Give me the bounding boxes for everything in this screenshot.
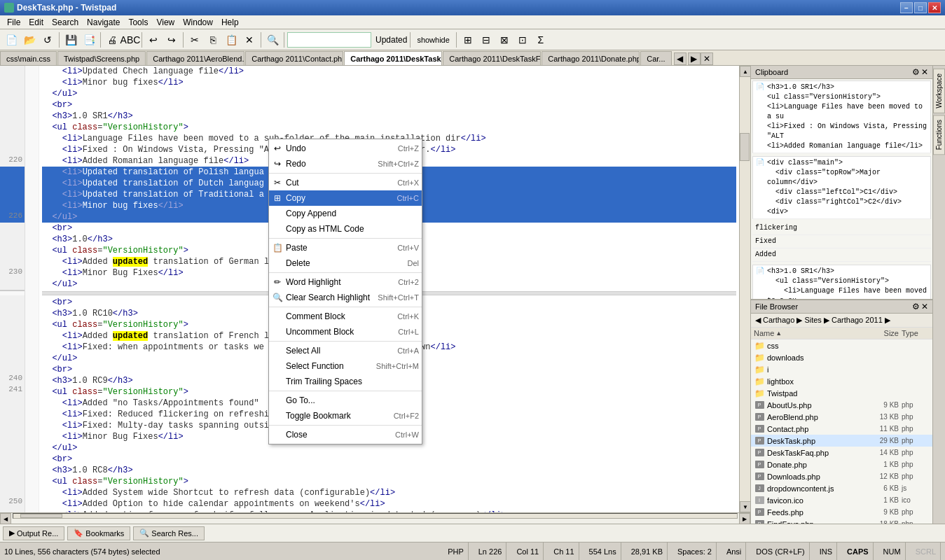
cm-close[interactable]: Close Ctrl+W <box>269 427 422 442</box>
folder-downloads[interactable]: 📁 downloads <box>751 351 932 363</box>
extra-btn4[interactable]: ⊡ <box>514 31 531 48</box>
scroll-thumb[interactable] <box>740 133 750 161</box>
extra-btn2[interactable]: ⊟ <box>478 31 495 48</box>
copy-button[interactable]: ⎘ <box>205 31 221 48</box>
tab-desktaskfaq[interactable]: Carthago 2011\DeskTaskFaq.php <box>443 51 541 65</box>
cm-copy-html[interactable]: Copy as HTML Code <box>269 221 422 237</box>
tab-car[interactable]: Car... <box>640 51 671 65</box>
file-donate[interactable]: P Donate.php 1 KB php <box>751 458 932 470</box>
tab-contact[interactable]: Carthago 2011\Contact.php <box>245 51 343 65</box>
output-tab[interactable]: ▶ Output Re... <box>3 526 64 540</box>
redo-button[interactable]: ↪ <box>163 31 180 48</box>
cm-toggle-bookmark[interactable]: Toggle Bookmark Ctrl+F2 <box>269 408 422 424</box>
cm-trim[interactable]: Trim Trailing Spaces <box>269 374 422 389</box>
open-button[interactable]: 📂 <box>21 31 38 48</box>
file-size: 29 KB <box>864 437 899 444</box>
undo-button[interactable]: ↩ <box>145 31 162 48</box>
cm-copy[interactable]: ⊞ Copy Ctrl+C <box>269 190 422 206</box>
cm-uncomment[interactable]: Uncomment Block Ctrl+L <box>269 324 422 340</box>
folder-i[interactable]: 📁 i <box>751 363 932 375</box>
cm-clear-search[interactable]: 🔍 Clear Search Highlight Shift+Ctrl+T <box>269 290 422 305</box>
scroll-down-button[interactable]: ▼ <box>740 501 750 512</box>
cm-goto[interactable]: Go To... <box>269 393 422 408</box>
close-button[interactable]: ✕ <box>928 2 941 13</box>
vertical-scrollbar[interactable]: ▲ ▼ <box>739 66 750 512</box>
menu-navigate[interactable]: Navigate <box>83 16 124 29</box>
folder-lightbox[interactable]: 📁 lightbox <box>751 375 932 387</box>
minimize-button[interactable]: − <box>900 2 913 13</box>
search-input[interactable] <box>287 32 371 48</box>
tab-desktask[interactable]: Carthago 2011\DeskTask.php <box>344 51 442 65</box>
cm-word-highlight[interactable]: ✏ Word Highlight Ctrl+2 <box>269 274 422 290</box>
clipboard-config-icon[interactable]: ⚙ <box>912 67 920 77</box>
file-dropdowncontent[interactable]: J dropdowncontent.js 6 KB js <box>751 482 932 494</box>
showhide-button[interactable]: showhide <box>413 31 453 48</box>
file-contact[interactable]: P Contact.php 11 KB php <box>751 423 932 435</box>
cm-delete[interactable]: Delete Del <box>269 255 422 271</box>
hscroll-right[interactable]: ▶ <box>739 513 750 524</box>
save-button[interactable]: 💾 <box>62 31 79 48</box>
cm-select-function[interactable]: Select Function Shift+Ctrl+M <box>269 358 422 374</box>
folder-css[interactable]: 📁 css <box>751 340 932 351</box>
cut-button[interactable]: ✂ <box>186 31 203 48</box>
save-all-button[interactable]: 📑 <box>81 31 97 48</box>
horizontal-scrollbar[interactable]: ◀ ▶ <box>0 512 750 524</box>
extra-btn1[interactable]: ⊞ <box>460 31 476 48</box>
file-aboutus[interactable]: P AboutUs.php 9 KB php <box>751 399 932 411</box>
fb-config-icon[interactable]: ⚙ <box>912 302 920 312</box>
menu-window[interactable]: Window <box>179 16 217 29</box>
spell-button[interactable]: ABC <box>122 31 139 48</box>
menu-tools[interactable]: Tools <box>124 16 152 29</box>
hscroll-track[interactable] <box>13 513 738 519</box>
file-aeroblend[interactable]: P AeroBlend.php 13 KB php <box>751 411 932 423</box>
cm-copy-append[interactable]: Copy Append <box>269 206 422 221</box>
clipboard-header: Clipboard ⚙ ✕ <box>751 66 932 79</box>
menu-file[interactable]: File <box>3 16 25 29</box>
delete-button[interactable]: ✕ <box>241 31 258 48</box>
scroll-up-button[interactable]: ▲ <box>740 66 750 77</box>
menu-search[interactable]: Search <box>48 16 83 29</box>
extra-btn5[interactable]: Σ <box>532 31 549 48</box>
cm-comment[interactable]: Comment Block Ctrl+K <box>269 309 422 324</box>
menu-edit[interactable]: Edit <box>25 16 48 29</box>
tab-screens[interactable]: Twistpad\Screens.php <box>57 51 146 65</box>
tab-prev[interactable]: ◀ <box>674 52 687 65</box>
refresh-button[interactable]: ↺ <box>39 31 56 48</box>
fb-close-icon[interactable]: ✕ <box>921 302 928 312</box>
file-findfavs[interactable]: P FindFavs.php 18 KB php <box>751 518 932 524</box>
tab-next[interactable]: ▶ <box>688 52 701 65</box>
new-button[interactable]: 📄 <box>3 31 20 48</box>
file-feeds[interactable]: P Feeds.php 9 KB php <box>751 506 932 518</box>
tab-css-main[interactable]: css\main.css <box>0 51 57 65</box>
tab-aeroblend[interactable]: Carthago 2011\AeroBlend.php <box>146 51 244 65</box>
file-downloads[interactable]: P Downloads.php 12 KB php <box>751 470 932 482</box>
workspace-tab[interactable]: Workspace <box>933 69 945 113</box>
hscroll-thumb[interactable] <box>20 514 62 518</box>
file-desktask[interactable]: P DeskTask.php 29 KB php <box>751 435 932 447</box>
scroll-track[interactable] <box>740 77 750 501</box>
paste-button[interactable]: 📋 <box>223 31 240 48</box>
menu-help[interactable]: Help <box>217 16 243 29</box>
cm-redo[interactable]: ↪ Redo Shift+Ctrl+Z <box>269 156 422 172</box>
cm-paste[interactable]: 📋 Paste Ctrl+V <box>269 240 422 255</box>
search-results-tab[interactable]: 🔍 Search Res... <box>133 526 205 540</box>
code-line: <ul class="VersionHistory"> <box>42 476 736 487</box>
cm-select-all[interactable]: Select All Ctrl+A <box>269 343 422 358</box>
cm-cut[interactable]: ✂ Cut Ctrl+X <box>269 175 422 190</box>
tab-donate[interactable]: Carthago 2011\Donate.php <box>542 51 640 65</box>
tab-close-all[interactable]: ✕ <box>701 52 713 65</box>
find-button[interactable]: 🔍 <box>264 31 281 48</box>
menu-view[interactable]: View <box>152 16 179 29</box>
cm-undo[interactable]: ↩ Undo Ctrl+Z <box>269 141 422 156</box>
file-favicon[interactable]: I favicon.ico 1 KB ico <box>751 494 932 506</box>
hscroll-left[interactable]: ◀ <box>0 513 11 524</box>
folder-twistpad[interactable]: 📁 Twistpad <box>751 387 932 399</box>
extra-btn3[interactable]: ⊠ <box>496 31 513 48</box>
file-desktaskfaq[interactable]: P DeskTaskFaq.php 14 KB php <box>751 447 932 458</box>
maximize-button[interactable]: □ <box>914 2 927 13</box>
updated-label: Updated <box>375 35 407 45</box>
functions-tab[interactable]: Functions <box>933 115 945 155</box>
clipboard-close-icon[interactable]: ✕ <box>921 67 928 77</box>
bookmarks-tab[interactable]: 🔖 Bookmarks <box>67 526 130 540</box>
print-button[interactable]: 🖨 <box>104 31 120 48</box>
